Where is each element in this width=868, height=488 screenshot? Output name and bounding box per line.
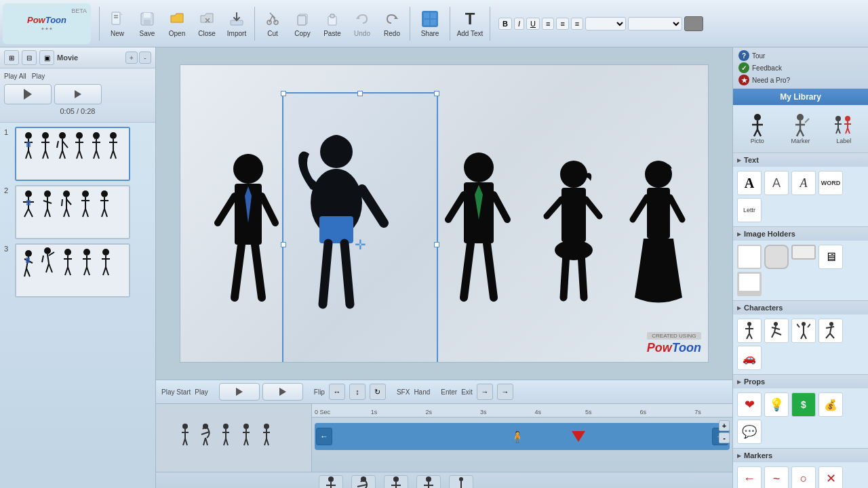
prop-bubble[interactable]: 💬 bbox=[737, 420, 762, 444]
underline-button[interactable]: U bbox=[526, 18, 540, 30]
font-size-selector[interactable] bbox=[628, 17, 682, 30]
timeline-track[interactable]: ← 🧍 → bbox=[315, 423, 730, 450]
redo-button[interactable]: Redo bbox=[377, 4, 407, 43]
svg-rect-15 bbox=[298, 16, 306, 25]
copy-button[interactable]: Copy bbox=[288, 4, 317, 43]
cut-button[interactable]: Cut bbox=[258, 4, 288, 43]
bottom-fig-5[interactable] bbox=[449, 475, 473, 489]
view-btn-3[interactable]: ▣ bbox=[39, 50, 54, 65]
movie-minus-btn[interactable]: - bbox=[139, 52, 151, 64]
scene-item-3[interactable]: 3 bbox=[4, 243, 151, 298]
italic-button[interactable]: I bbox=[514, 18, 524, 30]
marker-arrow[interactable]: ← bbox=[737, 466, 762, 488]
scene-item-2[interactable]: 2 bbox=[4, 185, 151, 239]
section-characters-header[interactable]: ▶ Characters bbox=[733, 301, 868, 314]
text-item-word[interactable]: WORD bbox=[818, 171, 843, 195]
undo-button[interactable]: Undo bbox=[347, 4, 377, 43]
align-left-button[interactable]: ≡ bbox=[542, 18, 554, 30]
font-selector[interactable] bbox=[585, 17, 626, 30]
prop-money[interactable]: $ bbox=[791, 392, 816, 417]
section-text-header[interactable]: ▶ Text bbox=[733, 153, 868, 167]
open-button[interactable]: Open bbox=[162, 4, 192, 43]
scene-num-2: 2 bbox=[4, 185, 12, 195]
flip-label: Flip bbox=[314, 388, 325, 396]
play-all-button[interactable] bbox=[4, 84, 52, 104]
align-right-button[interactable]: ≡ bbox=[571, 18, 583, 30]
holder-wide[interactable] bbox=[791, 245, 816, 260]
char-kick[interactable] bbox=[764, 319, 789, 343]
bottom-fig-3[interactable] bbox=[384, 475, 408, 489]
bottom-fig-4[interactable] bbox=[416, 475, 441, 489]
feedback-item[interactable]: ✓ Feedback bbox=[738, 62, 863, 73]
section-markers-title: Markers bbox=[744, 451, 772, 460]
section-image-holders-header[interactable]: ▶ Image Holders bbox=[733, 227, 868, 241]
bottom-fig-2[interactable] bbox=[351, 475, 376, 489]
section-props-header[interactable]: ▶ Props bbox=[733, 375, 868, 388]
svg-line-35 bbox=[45, 150, 48, 159]
tab-picto[interactable]: Picto bbox=[743, 110, 772, 147]
enter-btn[interactable]: → bbox=[477, 384, 493, 400]
view-btn-2[interactable]: ⊟ bbox=[22, 50, 37, 65]
zoom-in-btn[interactable]: + bbox=[719, 420, 730, 431]
text-item-serif[interactable]: A bbox=[737, 171, 762, 195]
bottom-fig-1[interactable] bbox=[319, 475, 343, 489]
view-btn-1[interactable]: ⊞ bbox=[4, 50, 19, 65]
text-item-script[interactable]: A bbox=[791, 171, 816, 195]
scene-thumb-3[interactable] bbox=[15, 243, 130, 298]
scene-thumb-2[interactable] bbox=[15, 185, 130, 239]
svg-line-92 bbox=[42, 256, 43, 262]
tl-play-btn[interactable] bbox=[262, 383, 303, 401]
holder-rounded[interactable] bbox=[764, 245, 789, 269]
share-button[interactable]: Share bbox=[413, 4, 447, 43]
holder-white[interactable] bbox=[737, 245, 762, 269]
save-button[interactable]: Save bbox=[132, 4, 162, 43]
add-text-button[interactable]: T Add Text bbox=[453, 4, 487, 43]
svg-rect-140 bbox=[647, 188, 670, 239]
flip-x-btn[interactable]: ↔ bbox=[329, 384, 345, 400]
char-run[interactable] bbox=[818, 319, 843, 343]
align-center-button[interactable]: ≡ bbox=[556, 18, 568, 30]
char-stand[interactable] bbox=[737, 319, 762, 343]
marker-circle[interactable]: ○ bbox=[791, 466, 816, 488]
playhead[interactable] bbox=[572, 431, 585, 442]
need-pro-item[interactable]: ★ Need a Pro? bbox=[738, 75, 863, 85]
scene-thumb-1[interactable] bbox=[15, 127, 130, 181]
holder-polaroid[interactable] bbox=[737, 272, 762, 296]
new-button[interactable]: New bbox=[102, 4, 132, 43]
canvas[interactable]: ✛ bbox=[180, 64, 709, 363]
svg-point-112 bbox=[233, 154, 263, 184]
exit-btn[interactable]: → bbox=[497, 384, 513, 400]
prop-lightbulb[interactable]: 💡 bbox=[764, 392, 789, 417]
svg-rect-89 bbox=[26, 258, 30, 263]
tab-label[interactable]: Label bbox=[829, 110, 859, 147]
text-item-sans[interactable]: A bbox=[764, 171, 789, 195]
marker-wave[interactable]: ~ bbox=[764, 466, 789, 488]
section-characters-title: Characters bbox=[744, 304, 783, 312]
section-markers-header[interactable]: ▶ Markers bbox=[733, 449, 868, 462]
zoom-out-btn[interactable]: - bbox=[719, 432, 730, 443]
marker-x[interactable]: ✕ bbox=[818, 466, 843, 488]
flip-y-btn[interactable]: ↕ bbox=[349, 384, 366, 400]
prop-heart[interactable]: ❤ bbox=[737, 392, 762, 417]
tour-item[interactable]: ? Tour bbox=[738, 50, 863, 61]
color-picker[interactable] bbox=[684, 16, 703, 31]
bold-button[interactable]: B bbox=[498, 18, 512, 30]
tl-prev-btn[interactable]: ← bbox=[316, 428, 332, 445]
movie-add-btn[interactable]: + bbox=[125, 52, 138, 64]
text-triangle-icon: ▶ bbox=[737, 157, 741, 163]
text-item-letter[interactable]: Lettr bbox=[737, 198, 762, 222]
prop-dollar[interactable]: 💰 bbox=[818, 392, 843, 417]
import-button[interactable]: Import bbox=[222, 4, 252, 43]
char-car[interactable]: 🚗 bbox=[737, 346, 762, 370]
holder-monitor[interactable]: 🖥 bbox=[818, 245, 843, 269]
import-icon bbox=[227, 9, 246, 28]
scene-item-1[interactable]: 1 bbox=[4, 127, 151, 181]
tab-marker[interactable]: Marker bbox=[785, 110, 815, 147]
char-arms-up[interactable] bbox=[791, 319, 816, 343]
canvas-container[interactable]: ✛ bbox=[156, 47, 732, 380]
play-button[interactable] bbox=[54, 84, 102, 104]
close-button[interactable]: Close bbox=[192, 4, 222, 43]
flip-rotate-btn[interactable]: ↻ bbox=[370, 384, 386, 400]
paste-button[interactable]: Paste bbox=[317, 4, 347, 43]
tl-play-all-btn[interactable] bbox=[219, 383, 260, 401]
